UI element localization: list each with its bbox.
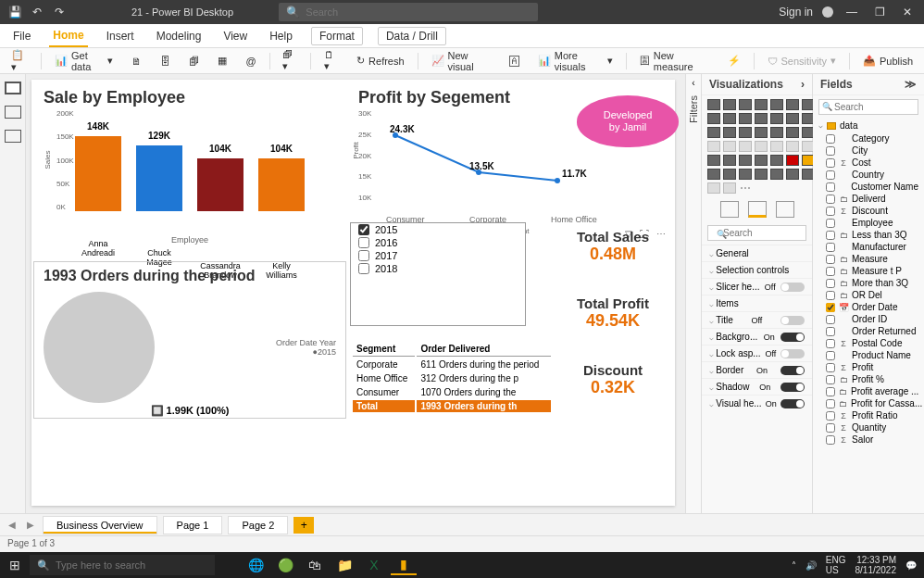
field-row[interactable]: Employee: [813, 217, 924, 229]
field-row[interactable]: Country: [813, 169, 924, 181]
data-view-icon[interactable]: [5, 106, 21, 119]
viz-type-icon[interactable]: [739, 141, 752, 152]
viz-type-icon[interactable]: [770, 169, 783, 180]
viz-type-icon[interactable]: [707, 169, 720, 180]
text-box-icon[interactable]: 🄰: [504, 54, 525, 69]
field-row[interactable]: City: [813, 144, 924, 157]
viz-type-icon[interactable]: [755, 141, 768, 152]
tab-file[interactable]: File: [9, 26, 34, 46]
viz-type-icon[interactable]: [723, 99, 736, 110]
viz-type-icon[interactable]: [707, 127, 720, 138]
viz-type-icon[interactable]: [723, 141, 736, 152]
viz-type-icon[interactable]: [723, 182, 736, 194]
taskbar-app-excel-icon[interactable]: X: [361, 555, 387, 575]
start-button[interactable]: ⊞: [0, 558, 30, 572]
field-row[interactable]: Order ID: [813, 313, 924, 325]
field-checkbox[interactable]: [826, 231, 835, 240]
report-view-icon[interactable]: [5, 82, 21, 94]
field-row[interactable]: Manufacturer: [813, 241, 924, 253]
field-row[interactable]: ΣSalor: [813, 434, 924, 446]
collapse-fields-icon[interactable]: ≫: [905, 78, 917, 91]
filters-pane-collapsed[interactable]: ‹ Filters: [685, 74, 702, 513]
viz-type-icon[interactable]: [786, 169, 799, 180]
toggle[interactable]: [780, 333, 805, 342]
tab-format[interactable]: Format: [311, 27, 363, 45]
tray-lang[interactable]: ENGUS: [826, 555, 846, 575]
viz-type-icon[interactable]: [739, 169, 752, 180]
viz-type-icon[interactable]: [770, 155, 783, 166]
viz-type-icon[interactable]: [770, 99, 783, 110]
field-checkbox[interactable]: [826, 387, 835, 396]
field-row[interactable]: 🗀Deliverd: [813, 193, 924, 205]
table-group[interactable]: ⌵data: [813, 119, 924, 132]
quick-measure-icon[interactable]: ⚡: [722, 53, 746, 69]
viz-type-icon[interactable]: [786, 127, 799, 138]
field-row[interactable]: ΣCost: [813, 157, 924, 169]
prev-page-icon[interactable]: ◀: [6, 520, 19, 530]
field-checkbox[interactable]: [826, 219, 835, 228]
viz-type-icon[interactable]: [770, 127, 783, 138]
field-row[interactable]: 🗀Profit for Cassa...: [813, 397, 924, 409]
field-checkbox[interactable]: [826, 195, 835, 204]
field-row[interactable]: 🗀Profit %: [813, 373, 924, 385]
field-checkbox[interactable]: [826, 279, 835, 288]
format-section[interactable]: Backgro...On: [702, 328, 812, 345]
format-section[interactable]: Visual he...On: [702, 395, 812, 411]
viz-type-r-icon[interactable]: [786, 155, 799, 166]
expand-filters-icon[interactable]: ‹: [686, 74, 701, 88]
dataverse-icon[interactable]: ▦: [212, 53, 232, 69]
toggle[interactable]: [780, 366, 805, 375]
recent-sources-icon[interactable]: @: [240, 54, 261, 69]
field-row[interactable]: Product Name: [813, 349, 924, 361]
page-tab[interactable]: Page 2: [228, 516, 288, 534]
close-icon[interactable]: ✕: [898, 3, 917, 21]
undo-icon[interactable]: ↶: [30, 5, 44, 19]
viz-type-icon[interactable]: [755, 169, 768, 180]
field-row[interactable]: 🗀Measure t P: [813, 265, 924, 277]
collapse-viz-icon[interactable]: ›: [801, 78, 805, 91]
restore-icon[interactable]: ❐: [870, 3, 889, 21]
field-checkbox[interactable]: [826, 363, 835, 372]
format-section[interactable]: General: [702, 245, 812, 261]
slicer-checkbox[interactable]: [358, 224, 369, 235]
field-checkbox[interactable]: [826, 255, 835, 264]
field-row[interactable]: ΣPostal Code: [813, 337, 924, 349]
manage-model-icon[interactable]: 🗒▾: [318, 47, 343, 74]
field-row[interactable]: 📅Order Date: [813, 301, 924, 313]
viz-type-icon[interactable]: [707, 155, 720, 166]
viz-type-icon[interactable]: [723, 169, 736, 180]
excel-source-icon[interactable]: 🗎: [126, 54, 147, 69]
tray-sound-icon[interactable]: 🔊: [805, 560, 817, 571]
card-total-profit[interactable]: Total Profit 49.54K: [556, 295, 670, 350]
field-checkbox[interactable]: [826, 351, 835, 360]
fields-list[interactable]: ⌵data CategoryCityΣCostCountryCustomer N…: [813, 119, 924, 513]
tell-me-input[interactable]: [306, 6, 531, 18]
field-checkbox[interactable]: [826, 303, 835, 312]
visual-profit-by-segment[interactable]: Profit by Segement 30K25K20K15K10K Profi…: [348, 82, 672, 220]
field-checkbox[interactable]: [826, 315, 835, 324]
viz-type-icon[interactable]: [739, 99, 752, 110]
viz-type-icon[interactable]: [770, 113, 783, 124]
field-checkbox[interactable]: [826, 423, 835, 433]
field-checkbox[interactable]: [826, 411, 835, 421]
field-checkbox[interactable]: [826, 243, 835, 252]
field-checkbox[interactable]: [826, 375, 835, 384]
field-row[interactable]: Order Returned: [813, 325, 924, 337]
viz-type-icon[interactable]: [707, 99, 720, 110]
viz-type-icon[interactable]: [786, 113, 799, 124]
viz-type-icon[interactable]: [755, 113, 768, 124]
paste-button[interactable]: 📋▾: [6, 47, 33, 75]
transform-data-icon[interactable]: 🗊▾: [277, 47, 302, 74]
viz-type-icon[interactable]: [723, 155, 736, 166]
viz-type-icon[interactable]: [739, 113, 752, 124]
field-row[interactable]: ΣProfit Ratio: [813, 409, 924, 421]
save-icon[interactable]: 💾: [7, 5, 22, 19]
format-section[interactable]: ShadowOn: [702, 378, 812, 395]
field-row[interactable]: ΣDiscount: [813, 205, 924, 217]
viz-type-icon[interactable]: [739, 127, 752, 138]
next-page-icon[interactable]: ▶: [24, 520, 37, 530]
viz-type-icon[interactable]: [755, 99, 768, 110]
field-checkbox[interactable]: [826, 134, 835, 144]
tab-view[interactable]: View: [219, 26, 251, 46]
viz-type-icon[interactable]: [707, 141, 720, 152]
